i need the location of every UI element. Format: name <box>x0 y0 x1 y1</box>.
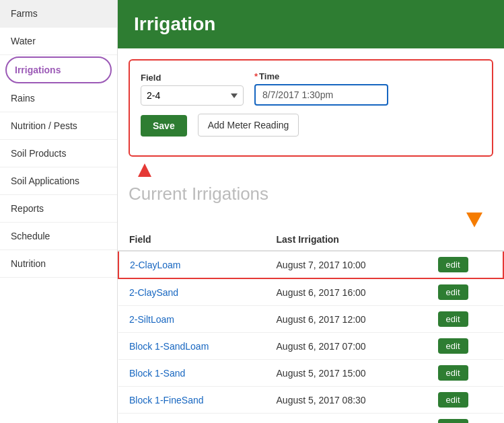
last-irrigation-cell: August 5, 2017 00:00 <box>266 414 427 424</box>
time-input[interactable] <box>254 84 388 106</box>
edit-button[interactable]: edit <box>438 311 468 327</box>
form-row: Field 2-4 2-ClayLoam 2-ClaySand 2-SiltLo… <box>141 71 481 106</box>
add-meter-button[interactable]: Add Meter Reading <box>198 114 299 137</box>
field-link[interactable]: Block 1-SandLoam <box>129 341 209 352</box>
edit-button[interactable]: edit <box>438 365 468 381</box>
table-row: 2-ClaySandAugust 6, 2017 16:00edit <box>118 278 503 306</box>
irrigation-form: Field 2-4 2-ClayLoam 2-ClaySand 2-SiltLo… <box>129 59 493 157</box>
field-select[interactable]: 2-4 2-ClayLoam 2-ClaySand 2-SiltLoam Blo… <box>141 85 244 106</box>
sidebar: FarmsWaterIrrigationsRainsNutrition / Pe… <box>0 0 118 423</box>
last-irrigation-cell: August 6, 2017 07:00 <box>266 333 427 360</box>
save-button[interactable]: Save <box>141 115 187 137</box>
arrow-up-icon <box>138 163 151 177</box>
table-body: 2-ClayLoamAugust 7, 2017 10:00edit2-Clay… <box>118 251 503 423</box>
table-row: 2-ClayLoamAugust 7, 2017 10:00edit <box>118 251 503 278</box>
field-cell: 2-ClayLoam <box>118 251 266 278</box>
field-link[interactable]: Block 1-Sand <box>129 368 185 379</box>
sidebar-item-rains[interactable]: Rains <box>0 85 117 112</box>
time-label: *Time <box>254 71 388 81</box>
field-cell: Block 1-SandLoam <box>118 333 266 360</box>
edit-button[interactable]: edit <box>438 338 468 354</box>
table-row: Block 1-1 (Clay)August 5, 2017 00:00edit <box>118 414 503 424</box>
table-row: Block 1-SandAugust 5, 2017 15:00edit <box>118 360 503 387</box>
field-link[interactable]: 2-ClaySand <box>129 287 178 298</box>
sidebar-item-water[interactable]: Water <box>0 28 117 55</box>
sidebar-item-farms[interactable]: Farms <box>0 0 117 28</box>
table-row: Block 1-FineSandAugust 5, 2017 08:30edit <box>118 387 503 414</box>
table-header-row: Field Last Irrigation <box>118 229 503 251</box>
last-irrigation-cell: August 5, 2017 08:30 <box>266 387 427 414</box>
button-row: Save Add Meter Reading <box>141 114 481 137</box>
edit-arrow-annotation <box>118 213 504 229</box>
edit-cell: edit <box>427 414 503 424</box>
time-group: *Time <box>254 71 388 106</box>
edit-button[interactable]: edit <box>438 419 468 423</box>
last-irrigation-cell: August 6, 2017 12:00 <box>266 306 427 333</box>
field-link[interactable]: 2-ClayLoam <box>130 260 180 270</box>
field-cell: Block 1-1 (Clay) <box>118 414 266 424</box>
field-link[interactable]: Block 1-FineSand <box>129 395 204 406</box>
field-label: Field <box>141 73 244 83</box>
sidebar-item-soil-applications[interactable]: Soil Applications <box>0 167 117 195</box>
edit-cell: edit <box>427 278 503 306</box>
section-title: Current Irrigations <box>118 178 504 213</box>
edit-cell: edit <box>427 306 503 333</box>
sidebar-item-reports[interactable]: Reports <box>0 195 117 223</box>
edit-button[interactable]: edit <box>438 257 468 272</box>
sidebar-item-schedule[interactable]: Schedule <box>0 223 117 250</box>
field-cell: 2-SiltLoam <box>118 306 266 333</box>
field-group: Field 2-4 2-ClayLoam 2-ClaySand 2-SiltLo… <box>141 73 244 106</box>
edit-button[interactable]: edit <box>438 392 468 408</box>
save-arrow-annotation <box>118 163 504 178</box>
last-irrigation-cell: August 7, 2017 10:00 <box>266 251 427 278</box>
required-star: * <box>254 71 258 81</box>
sidebar-item-nutrition-pests[interactable]: Nutrition / Pests <box>0 112 117 140</box>
irrigations-table: Field Last Irrigation 2-ClayLoamAugust 7… <box>118 229 504 423</box>
last-irrigation-cell: August 5, 2017 15:00 <box>266 360 427 387</box>
field-link[interactable]: 2-SiltLoam <box>129 314 174 325</box>
field-cell: 2-ClaySand <box>118 278 266 306</box>
col-header-action <box>427 229 503 251</box>
main-content: Irrigation Field 2-4 2-ClayLoam 2-ClaySa… <box>118 0 504 423</box>
table-row: Block 1-SandLoamAugust 6, 2017 07:00edit <box>118 333 503 360</box>
sidebar-item-irrigations[interactable]: Irrigations <box>5 56 112 83</box>
col-header-last: Last Irrigation <box>266 229 427 251</box>
sidebar-item-nutrition[interactable]: Nutrition <box>0 250 117 278</box>
col-header-field: Field <box>118 229 266 251</box>
page-header: Irrigation <box>118 0 504 48</box>
field-cell: Block 1-Sand <box>118 360 266 387</box>
edit-cell: edit <box>427 387 503 414</box>
page-title: Irrigation <box>134 13 488 35</box>
sidebar-item-soil-products[interactable]: Soil Products <box>0 140 117 167</box>
table-row: 2-SiltLoamAugust 6, 2017 12:00edit <box>118 306 503 333</box>
arrow-down-icon <box>466 213 482 227</box>
last-irrigation-cell: August 6, 2017 16:00 <box>266 278 427 306</box>
edit-cell: edit <box>427 360 503 387</box>
edit-button[interactable]: edit <box>438 284 468 300</box>
edit-cell: edit <box>427 251 503 278</box>
field-cell: Block 1-FineSand <box>118 387 266 414</box>
edit-cell: edit <box>427 333 503 360</box>
